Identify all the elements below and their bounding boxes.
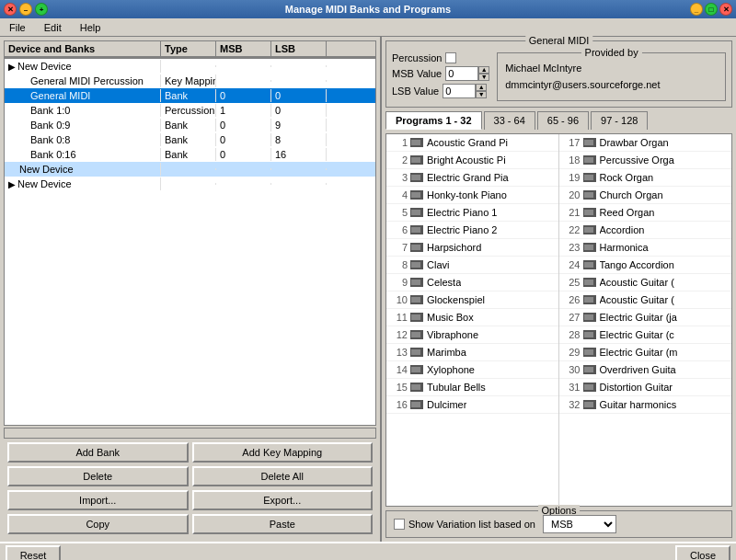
lsb-spinner[interactable]: ▲ ▼ <box>443 84 487 98</box>
tree-row[interactable]: Bank 1:0 Percussion B... 1 0 <box>5 103 375 118</box>
list-item[interactable]: 10 Glockenspiel <box>386 291 558 309</box>
tree-row[interactable]: ▶ New Device <box>5 59 375 74</box>
prog-num: 5 <box>389 207 408 218</box>
list-item[interactable]: 23 Harmonica <box>559 239 732 257</box>
delete-button[interactable]: Delete <box>7 466 189 486</box>
tab-2[interactable]: 65 - 96 <box>537 111 589 130</box>
list-item[interactable]: 24 Tango Accordion <box>559 257 732 274</box>
close-btn[interactable]: ✕ <box>4 3 17 16</box>
tree-row[interactable]: Bank 0:8 Bank 0 8 <box>5 132 375 147</box>
paste-button[interactable]: Paste <box>192 514 374 534</box>
tab-0[interactable]: Programs 1 - 32 <box>385 111 482 130</box>
msb-spinner[interactable]: ▲ ▼ <box>445 66 489 81</box>
list-item[interactable]: 8 Clavi <box>386 257 558 274</box>
list-item[interactable]: 16 Dulcimer <box>386 396 558 414</box>
add-bank-button[interactable]: Add Bank <box>7 442 189 463</box>
import-button[interactable]: Import... <box>7 490 189 510</box>
msb-input[interactable] <box>445 66 478 81</box>
menu-file[interactable]: File <box>4 21 31 34</box>
tree-row[interactable]: Bank 0:16 Bank 0 16 <box>5 147 375 162</box>
tab-1[interactable]: 33 - 64 <box>484 111 535 130</box>
copy-button[interactable]: Copy <box>7 514 189 534</box>
reset-button[interactable]: Reset <box>6 545 61 560</box>
msb-up[interactable]: ▲ <box>478 66 489 74</box>
tree-cell-name: ▶ New Device <box>5 60 161 73</box>
list-item[interactable]: 6 Electric Piano 2 <box>386 222 558 239</box>
list-item[interactable]: 29 Electric Guitar (m <box>559 344 732 361</box>
list-item[interactable]: 18 Percussive Orga <box>559 152 732 169</box>
list-item[interactable]: 31 Distortion Guitar <box>559 379 732 396</box>
tree-cell-name: ▶ New Device <box>5 177 161 190</box>
maximize-btn[interactable]: + <box>35 3 48 16</box>
msb-label: MSB Value <box>392 68 442 79</box>
tree-row[interactable]: General MIDI Percussion Key Mapping <box>5 74 375 88</box>
list-item[interactable]: 4 Honky-tonk Piano <box>386 187 558 204</box>
list-item[interactable]: 28 Electric Guitar (c <box>559 326 732 344</box>
prog-name: Electric Grand Pia <box>427 172 509 183</box>
list-item[interactable]: 19 Rock Organ <box>559 169 732 187</box>
tree-row[interactable]: ▶ New Device <box>5 177 375 191</box>
options-bar: Options Show Variation list based on MSB… <box>385 510 732 538</box>
lsb-row: LSB Value ▲ ▼ <box>392 84 489 98</box>
list-item[interactable]: 30 Overdriven Guita <box>559 361 732 379</box>
close-button[interactable]: Close <box>675 545 730 560</box>
general-midi-group: General MIDI Percussion MSB Value ▲ ▼ <box>385 40 732 108</box>
prog-icon <box>583 173 596 182</box>
menu-edit[interactable]: Edit <box>39 21 67 34</box>
prog-icon <box>410 225 423 234</box>
list-item[interactable]: 15 Tubular Bells <box>386 379 558 396</box>
tree-cell-lsb <box>271 65 327 67</box>
list-item[interactable]: 13 Marimba <box>386 344 558 361</box>
export-button[interactable]: Export... <box>192 490 374 510</box>
prog-icon <box>410 155 423 165</box>
list-item[interactable]: 14 Xylophone <box>386 361 558 379</box>
msb-down[interactable]: ▼ <box>478 74 489 81</box>
lsb-spin-buttons[interactable]: ▲ ▼ <box>476 84 487 98</box>
lsb-down[interactable]: ▼ <box>476 91 487 98</box>
list-item[interactable]: 12 Vibraphone <box>386 326 558 344</box>
list-item[interactable]: 3 Electric Grand Pia <box>386 169 558 187</box>
msb-select[interactable]: MSB LSB Both <box>543 515 616 533</box>
list-item[interactable]: 27 Electric Guitar (ja <box>559 309 732 326</box>
list-item[interactable]: 25 Acoustic Guitar ( <box>559 274 732 291</box>
prog-icon <box>583 383 596 392</box>
percussion-checkbox[interactable] <box>445 52 456 63</box>
list-item[interactable]: 32 Guitar harmonics <box>559 396 732 414</box>
delete-all-button[interactable]: Delete All <box>192 466 374 486</box>
list-item[interactable]: 17 Drawbar Organ <box>559 134 732 152</box>
tree-expand-icon[interactable]: ▶ <box>8 179 16 189</box>
tree-row[interactable]: General MIDI Bank 0 0 <box>5 88 375 103</box>
tab-3[interactable]: 97 - 128 <box>591 111 648 130</box>
list-item[interactable]: 2 Bright Acoustic Pi <box>386 152 558 169</box>
list-item[interactable]: 7 Harpsichord <box>386 239 558 257</box>
minimize-btn[interactable]: – <box>19 3 32 16</box>
prog-icon <box>410 365 423 374</box>
lsb-up[interactable]: ▲ <box>476 84 487 91</box>
add-key-mapping-button[interactable]: Add Key Mapping <box>192 442 374 463</box>
list-item[interactable]: 22 Accordion <box>559 222 732 239</box>
tree-row[interactable]: New Device <box>5 162 375 177</box>
show-variation-checkbox[interactable] <box>394 519 405 530</box>
win-close-btn[interactable]: ✕ <box>719 3 732 16</box>
prog-name: Acoustic Grand Pi <box>427 137 508 148</box>
lsb-input[interactable] <box>443 84 476 98</box>
tree-expand-icon[interactable]: ▶ <box>8 62 16 72</box>
tree-scrollbar[interactable] <box>4 428 376 439</box>
win-maximize-btn[interactable]: □ <box>705 3 718 16</box>
win-minimize-btn[interactable]: _ <box>690 3 703 16</box>
tree-row[interactable]: Bank 0:9 Bank 0 9 <box>5 118 375 132</box>
list-item[interactable]: 5 Electric Piano 1 <box>386 204 558 222</box>
msb-spin-buttons[interactable]: ▲ ▼ <box>478 66 489 81</box>
list-item[interactable]: 1 Acoustic Grand Pi <box>386 134 558 152</box>
title-bar: ✕ – + Manage MIDI Banks and Programs _ □… <box>0 0 736 18</box>
list-item[interactable]: 26 Acoustic Guitar ( <box>559 291 732 309</box>
menu-help[interactable]: Help <box>75 21 107 34</box>
list-item[interactable]: 11 Music Box <box>386 309 558 326</box>
msb-select-wrapper[interactable]: MSB LSB Both <box>543 515 616 533</box>
list-item[interactable]: 21 Reed Organ <box>559 204 732 222</box>
prog-name: Distortion Guitar <box>600 382 673 393</box>
prog-name: Clavi <box>427 259 449 270</box>
device-tree[interactable]: ▶ New Device General MIDI Percussion Key… <box>4 58 376 426</box>
list-item[interactable]: 20 Church Organ <box>559 187 732 204</box>
list-item[interactable]: 9 Celesta <box>386 274 558 291</box>
